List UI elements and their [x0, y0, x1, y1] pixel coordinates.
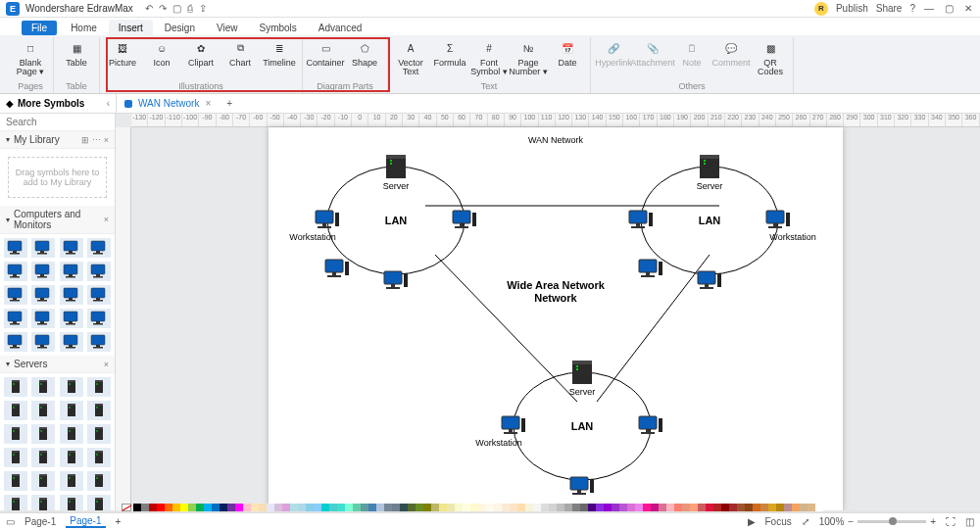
- shape-computer[interactable]: [60, 238, 83, 258]
- shape-computer[interactable]: [31, 285, 55, 305]
- shape-server[interactable]: [31, 448, 55, 467]
- shape-computer[interactable]: [60, 262, 83, 281]
- shape-server[interactable]: [87, 471, 111, 491]
- color-swatch[interactable]: [494, 504, 502, 511]
- shape-computer[interactable]: [87, 238, 111, 258]
- picture-button[interactable]: 🖼Picture: [106, 39, 139, 68]
- canvas[interactable]: WAN Network Wide Area Network Network LA…: [131, 127, 980, 510]
- shape-computer[interactable]: [60, 332, 83, 352]
- zoom-slider[interactable]: [858, 520, 926, 523]
- color-swatch[interactable]: [706, 504, 713, 511]
- shape-server[interactable]: [60, 424, 83, 444]
- color-swatch[interactable]: [345, 504, 353, 511]
- shape-server[interactable]: [4, 495, 27, 510]
- color-swatch[interactable]: [172, 504, 180, 511]
- color-swatch[interactable]: [784, 504, 792, 511]
- shape-server[interactable]: [4, 424, 27, 444]
- redo-icon[interactable]: ↷: [159, 3, 167, 14]
- color-swatch[interactable]: [274, 504, 282, 511]
- color-swatch[interactable]: [306, 504, 314, 511]
- close-button[interactable]: ✕: [962, 3, 974, 14]
- tab-symbols[interactable]: Symbols: [249, 20, 306, 35]
- color-swatch[interactable]: [619, 504, 627, 511]
- color-swatch[interactable]: [596, 504, 604, 511]
- shape-computer[interactable]: [4, 238, 27, 258]
- fullscreen-icon[interactable]: ⛶: [946, 516, 956, 527]
- color-swatch[interactable]: [243, 504, 251, 511]
- shape-server[interactable]: [87, 495, 111, 510]
- color-swatch[interactable]: [329, 504, 337, 511]
- shape-computer[interactable]: [87, 262, 111, 281]
- color-swatch[interactable]: [353, 504, 361, 511]
- panel-mylibrary[interactable]: ▾ My Library ⊞⋯×: [0, 131, 115, 149]
- color-swatch[interactable]: [588, 504, 596, 511]
- color-swatch[interactable]: [149, 504, 157, 511]
- collapse-icon[interactable]: ‹: [107, 98, 110, 109]
- add-page-button[interactable]: +: [116, 516, 122, 527]
- color-bar[interactable]: [116, 503, 968, 512]
- new-tab-button[interactable]: +: [219, 98, 240, 109]
- panels-icon[interactable]: ◫: [965, 516, 974, 527]
- color-swatch[interactable]: [314, 504, 321, 511]
- shape-computer[interactable]: [87, 285, 111, 305]
- shape-computer[interactable]: [31, 262, 55, 281]
- shape-computer[interactable]: [4, 309, 27, 328]
- color-swatch[interactable]: [376, 504, 384, 511]
- shape-server[interactable]: [4, 401, 27, 420]
- shape-server[interactable]: [87, 448, 111, 467]
- color-swatch[interactable]: [698, 504, 706, 511]
- color-swatch[interactable]: [408, 504, 416, 511]
- container-button[interactable]: ▭Container: [309, 39, 342, 68]
- color-swatch[interactable]: [549, 504, 557, 511]
- shape-computer[interactable]: [60, 309, 83, 328]
- color-swatch[interactable]: [196, 504, 204, 511]
- page[interactable]: WAN Network Wide Area Network Network LA…: [269, 127, 843, 510]
- color-swatch[interactable]: [580, 504, 588, 511]
- shape-computer[interactable]: [31, 309, 55, 328]
- tab-insert[interactable]: Insert: [109, 20, 153, 35]
- color-swatch[interactable]: [729, 504, 737, 511]
- color-swatch[interactable]: [525, 504, 533, 511]
- shape-server[interactable]: [60, 471, 83, 491]
- color-swatch[interactable]: [290, 504, 298, 511]
- color-swatch[interactable]: [423, 504, 431, 511]
- shape-computer[interactable]: [87, 309, 111, 328]
- symbols-shape-icon[interactable]: ◆: [6, 98, 14, 109]
- mylibrary-dropzone[interactable]: Drag symbols here to add to My Library: [8, 157, 107, 198]
- color-swatch[interactable]: [361, 504, 368, 511]
- color-swatch[interactable]: [753, 504, 760, 511]
- shape-server[interactable]: [31, 424, 55, 444]
- color-swatch[interactable]: [760, 504, 768, 511]
- shape-server[interactable]: [31, 377, 55, 397]
- color-swatch[interactable]: [337, 504, 345, 511]
- tab-advanced[interactable]: Advanced: [309, 20, 371, 35]
- color-swatch[interactable]: [447, 504, 455, 511]
- color-swatch[interactable]: [682, 504, 690, 511]
- color-swatch[interactable]: [298, 504, 306, 511]
- color-swatch[interactable]: [502, 504, 510, 511]
- date-button[interactable]: 📅Date: [551, 39, 584, 68]
- minimize-button[interactable]: —: [923, 3, 935, 14]
- color-swatch[interactable]: [627, 504, 635, 511]
- shape-computer[interactable]: [60, 285, 83, 305]
- color-swatch[interactable]: [439, 504, 447, 511]
- color-swatch[interactable]: [486, 504, 494, 511]
- shape-server[interactable]: [87, 424, 111, 444]
- tab-home[interactable]: Home: [61, 20, 107, 35]
- color-swatch[interactable]: [204, 504, 212, 511]
- focus-icon[interactable]: ▶: [748, 516, 756, 527]
- color-swatch[interactable]: [251, 504, 259, 511]
- maximize-button[interactable]: ▢: [943, 3, 955, 14]
- color-swatch[interactable]: [557, 504, 564, 511]
- shape-computer[interactable]: [4, 262, 27, 281]
- help-icon[interactable]: ?: [909, 3, 915, 14]
- shape-server[interactable]: [31, 401, 55, 420]
- color-swatch[interactable]: [212, 504, 220, 511]
- color-swatch[interactable]: [220, 504, 227, 511]
- color-swatch[interactable]: [392, 504, 400, 511]
- clipart-button[interactable]: ✿Clipart: [184, 39, 218, 68]
- panel-computers[interactable]: ▾ Computers and Monitors ×: [0, 206, 115, 234]
- color-swatch[interactable]: [282, 504, 290, 511]
- search-input[interactable]: [6, 117, 116, 127]
- color-swatch[interactable]: [157, 504, 165, 511]
